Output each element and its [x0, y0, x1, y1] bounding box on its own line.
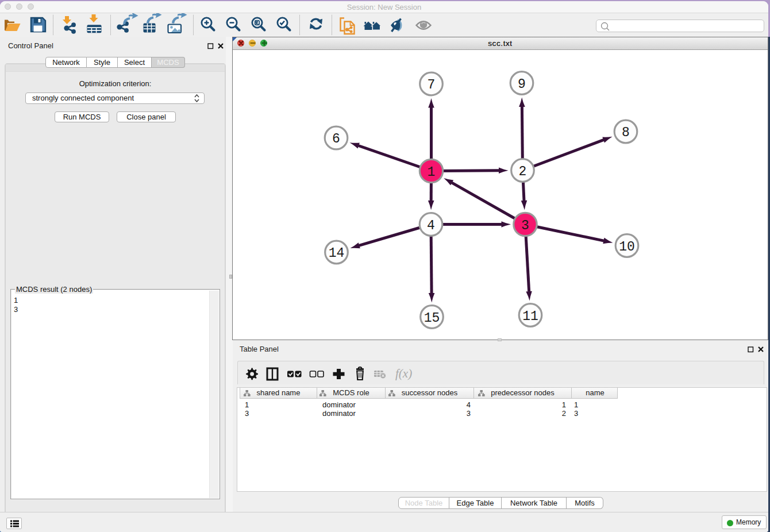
svg-text:15: 15	[424, 311, 440, 326]
svg-text:9: 9	[518, 77, 526, 92]
svg-text:7: 7	[428, 78, 436, 92]
svg-text:4: 4	[427, 218, 435, 233]
svg-text:1: 1	[428, 165, 436, 180]
svg-text:f(x): f(x)	[395, 367, 412, 380]
svg-text:3: 3	[521, 218, 529, 233]
svg-text:10: 10	[619, 240, 635, 255]
svg-text:14: 14	[329, 246, 345, 261]
svg-text:6: 6	[332, 132, 340, 147]
svg-text:11: 11	[522, 309, 538, 324]
svg-text:8: 8	[622, 125, 630, 140]
svg-text:2: 2	[519, 164, 527, 179]
